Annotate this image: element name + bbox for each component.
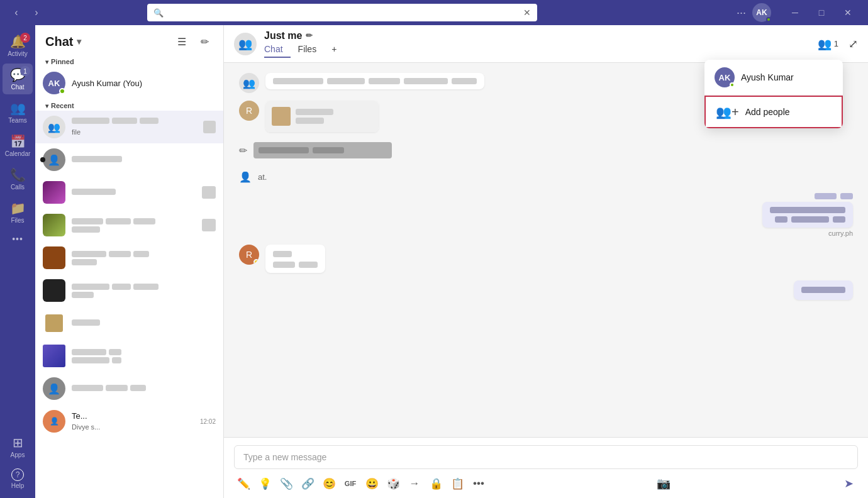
list-item[interactable]: 👥 file [35,111,223,143]
sidebar-item-activity[interactable]: 🔔 Activity 2 [3,30,33,61]
filter-button[interactable]: ☰ [173,33,191,50]
title-bar: ‹ › 🔍 p ✕ ··· AK ─ □ ✕ [0,0,868,25]
list-item[interactable] [35,307,223,340]
user-avatar[interactable]: AK [752,3,771,22]
blurred-text [404,78,448,84]
sidebar-item-calls-label: Calls [11,184,25,191]
praise-button[interactable]: 📋 [448,474,467,493]
sidebar-item-teams-label: Teams [8,117,26,124]
blurred-text [299,262,318,268]
avatar [43,181,65,204]
files-icon: 📁 [10,201,26,216]
sidebar-item-more[interactable]: ••• [3,230,33,248]
header-name: Just me ✏ [264,30,805,42]
blurred-name [72,118,109,124]
list-item[interactable]: 👤 [35,143,223,176]
search-bar[interactable]: 🔍 p ✕ [147,4,537,21]
unread-dot [40,157,45,162]
tab-files[interactable]: Files [291,43,325,58]
chat-preview: curry.ph [828,230,853,237]
sidebar-item-activity-label: Activity [8,50,28,57]
list-item[interactable]: AK Ayush Kumar (You) [35,67,223,99]
more-options-button[interactable]: ··· [737,6,746,19]
mark-button[interactable]: 🔒 [426,474,445,493]
list-item[interactable] [35,274,223,307]
blurred-text [815,193,837,199]
list-item[interactable] [35,209,223,241]
blurred-name [133,284,159,290]
list-item[interactable] [35,241,223,274]
blurred-name [72,349,106,355]
format-button[interactable]: ✏️ [234,474,253,493]
chat-info [72,218,196,233]
title-chevron-icon: ▾ [77,36,81,47]
chat-info: file [72,118,197,137]
person-share-icon: 👤 [239,171,252,183]
minimize-button[interactable]: ─ [782,4,808,21]
delivery-button[interactable]: → [405,474,424,493]
gif-button[interactable]: GIF [341,474,360,493]
chat-list-title[interactable]: Chat ▾ [45,35,81,49]
sidebar-item-chat[interactable]: 💬 Chat 1 [3,64,33,94]
loop-button[interactable]: 🔗 [298,474,317,493]
chat-info [72,349,216,363]
blurred-name [72,385,103,391]
emoji-button[interactable]: 💡 [255,474,274,493]
edit-name-icon[interactable]: ✏ [306,31,313,40]
sidebar-item-files[interactable]: 📁 Files [3,197,33,228]
avatar: 👤 [43,410,65,433]
sticker-button[interactable]: 😀 [362,474,381,493]
schedule-button[interactable]: 🎲 [384,474,403,493]
msg-bubble [762,202,853,228]
tab-add[interactable]: + [324,43,344,58]
list-item[interactable]: 👤 [35,372,223,405]
msg-content [265,73,484,89]
calendar-icon: 📅 [10,134,26,149]
expand-button[interactable]: ⤢ [849,37,858,51]
chat-name: Ayush Kumar (You) [72,79,216,88]
tab-chat[interactable]: Chat [264,43,291,58]
camera-button[interactable]: 📷 [654,474,673,493]
avatar [43,246,65,269]
participants-button[interactable]: 👥 1 [813,35,843,53]
new-chat-button[interactable]: ✏ [196,33,213,50]
avatar: R [239,101,259,121]
blurred-preview [72,357,109,363]
sidebar-item-files-label: Files [11,217,24,224]
attach-button[interactable]: 📎 [277,474,296,493]
window-controls: ─ □ ✕ [782,4,860,21]
status-indicator [253,259,259,265]
sidebar-item-help[interactable]: ? Help [3,465,33,493]
more-toolbar-button[interactable]: ••• [469,474,488,493]
popup-online-indicator [730,82,735,87]
forward-button[interactable]: › [28,4,45,21]
list-item[interactable]: 👤 Te... Divye s... 12:02 [35,405,223,438]
add-people-row[interactable]: 👥+ Add people [704,96,843,128]
blurred-text [296,109,333,115]
chat-info [72,189,196,197]
sidebar-item-calls[interactable]: 📞 Calls [3,163,33,194]
blurred-name [106,385,128,391]
chat-info [72,319,216,328]
message-row: curry.ph [239,193,853,237]
chat-preview: Divye s... [72,423,100,431]
sidebar-item-teams[interactable]: 👥 Teams [3,97,33,128]
avatar [43,279,65,302]
chat-info [72,385,216,393]
message-input[interactable]: Type a new message [234,445,858,469]
chat-header: 👥 Just me ✏ Chat Files + 👥 1 ⤢ [224,25,868,63]
search-clear-icon[interactable]: ✕ [523,8,531,18]
search-input[interactable]: p [167,8,520,18]
sidebar-item-apps[interactable]: ⊞ Apps [3,431,33,462]
send-button[interactable]: ➤ [839,474,858,493]
list-item[interactable] [35,340,223,372]
sidebar-item-calendar[interactable]: 📅 Calendar [3,130,33,161]
close-button[interactable]: ✕ [835,4,860,21]
user-online-indicator [766,17,771,22]
back-button[interactable]: ‹ [8,4,25,21]
emoji2-button[interactable]: 😊 [320,474,338,493]
more-icon: ••• [12,234,23,244]
maximize-button[interactable]: □ [809,4,834,21]
list-item[interactable] [35,176,223,209]
main-layout: 🔔 Activity 2 💬 Chat 1 👥 Teams 📅 Calendar… [0,25,868,498]
